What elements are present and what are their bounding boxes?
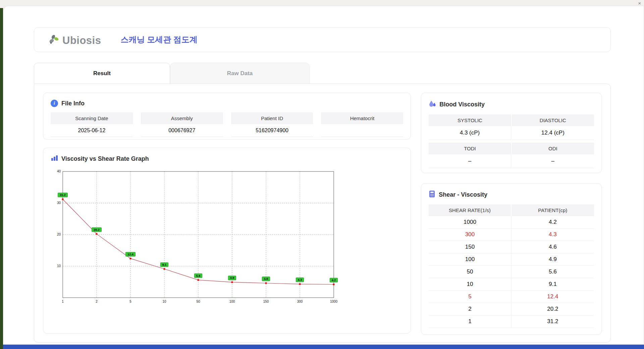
table-cell-patient: 20.2	[512, 303, 594, 315]
tab-bar: Result Raw Data	[34, 63, 611, 84]
app-window: Ubiosis 스캐닝 모세관 점도계 Result Raw Data i Fi…	[3, 6, 644, 345]
tab-result[interactable]: Result	[34, 63, 170, 84]
droplet-icon	[429, 100, 436, 109]
bv-value-odi: –	[512, 154, 594, 168]
bv-label-odi: ODI	[512, 143, 594, 154]
info-icon: i	[51, 100, 58, 107]
tab-raw-data[interactable]: Raw Data	[170, 63, 310, 84]
calculator-icon	[429, 190, 435, 199]
column-header-patient: PATIENT(cp)	[512, 204, 594, 216]
field-label-hematocrit: Hematocrit	[321, 112, 403, 124]
svg-text:5.6: 5.6	[196, 274, 201, 278]
desktop-background-strip	[0, 8, 3, 349]
field-label-scanning-date: Scanning Date	[51, 112, 133, 124]
field-value-scanning-date: 2025-06-12	[51, 124, 133, 137]
svg-text:40: 40	[57, 169, 61, 173]
table-cell-shear: 10	[429, 278, 511, 291]
svg-text:50: 50	[196, 300, 200, 303]
svg-text:4.9: 4.9	[230, 276, 234, 280]
file-info-card: i File Info Scanning Date Assembly Patie…	[43, 93, 411, 140]
svg-text:31.2: 31.2	[60, 193, 66, 197]
field-label-patient-id: Patient ID	[231, 112, 313, 124]
logo-text: Ubiosis	[62, 35, 101, 46]
field-label-assembly: Assembly	[141, 112, 223, 124]
bv-label-systolic: SYSTOLIC	[429, 114, 511, 126]
table-cell-patient: 4.6	[512, 241, 594, 253]
table-cell-patient: 4.3	[512, 229, 594, 241]
shear-viscosity-title: Shear - Viscosity	[439, 191, 487, 198]
field-value-patient-id: 51620974900	[231, 124, 313, 137]
table-cell-shear: 50	[429, 266, 511, 278]
bv-value-todi: –	[429, 154, 511, 168]
chart-container: 125105010015030010001020304031.220.212.4…	[51, 166, 403, 308]
graph-title: Viscosity vs Shear Rate Graph	[61, 155, 149, 162]
table-cell-shear: 300	[429, 229, 511, 241]
graph-card: Viscosity vs Shear Rate Graph 1251050100…	[43, 148, 411, 334]
shear-viscosity-table: SHEAR RATE(1/s) PATIENT(cp) 1000 4.2 300…	[429, 204, 594, 328]
logo: Ubiosis	[48, 34, 101, 46]
svg-text:1: 1	[62, 300, 64, 303]
column-header-shear-rate: SHEAR RATE(1/s)	[429, 204, 511, 216]
table-cell-patient: 4.2	[512, 216, 594, 229]
svg-text:10: 10	[162, 300, 166, 303]
table-cell-shear: 100	[429, 253, 511, 266]
viscosity-chart: 125105010015030010001020304031.220.212.4…	[51, 166, 339, 307]
svg-text:1000: 1000	[330, 300, 338, 303]
table-cell-patient: 31.2	[512, 315, 594, 328]
svg-text:20: 20	[57, 233, 61, 236]
svg-text:12.4: 12.4	[127, 253, 133, 256]
header-card: Ubiosis 스캐닝 모세관 점도계	[34, 27, 611, 52]
blood-viscosity-card: Blood Viscosity SYSTOLIC DIASTOLIC 4.3 (…	[421, 93, 602, 173]
table-cell-patient: 4.9	[512, 253, 594, 266]
table-cell-patient: 5.6	[512, 266, 594, 278]
svg-text:100: 100	[229, 300, 235, 303]
table-cell-shear: 1000	[429, 216, 511, 229]
table-cell-patient: 12.4	[512, 291, 594, 303]
svg-text:2: 2	[96, 300, 98, 303]
shear-viscosity-card: Shear - Viscosity SHEAR RATE(1/s) PATIEN…	[421, 183, 602, 335]
table-cell-shear: 2	[429, 303, 511, 315]
table-cell-patient: 9.1	[512, 278, 594, 291]
bv-value-systolic: 4.3 (cP)	[429, 126, 511, 140]
svg-text:4.6: 4.6	[264, 277, 268, 281]
svg-text:300: 300	[297, 300, 303, 303]
bv-label-todi: TODI	[429, 143, 511, 154]
svg-text:4.3: 4.3	[298, 278, 302, 282]
table-cell-shear: 5	[429, 291, 511, 303]
page-title: 스캐닝 모세관 점도계	[120, 34, 197, 45]
svg-text:10: 10	[57, 264, 61, 268]
blood-viscosity-title: Blood Viscosity	[439, 101, 485, 108]
taskbar-strip	[3, 345, 644, 349]
table-cell-shear: 150	[429, 241, 511, 253]
table-cell-shear: 1	[429, 315, 511, 328]
bv-value-diastolic: 12.4 (cP)	[512, 126, 594, 140]
svg-text:9.1: 9.1	[162, 263, 167, 266]
file-info-title: File Info	[61, 100, 85, 107]
svg-text:20.2: 20.2	[94, 228, 100, 232]
svg-text:150: 150	[263, 300, 269, 303]
close-icon[interactable]: ×	[638, 1, 641, 6]
svg-text:4.2: 4.2	[332, 279, 336, 282]
bv-label-diastolic: DIASTOLIC	[512, 114, 594, 126]
bar-chart-icon	[51, 155, 58, 163]
svg-text:30: 30	[57, 201, 61, 205]
field-value-hematocrit	[321, 124, 403, 137]
leaf-logo-icon	[48, 34, 61, 46]
svg-text:5: 5	[129, 300, 131, 303]
result-panel: i File Info Scanning Date Assembly Patie…	[34, 84, 611, 343]
field-value-assembly: 000676927	[141, 124, 223, 137]
